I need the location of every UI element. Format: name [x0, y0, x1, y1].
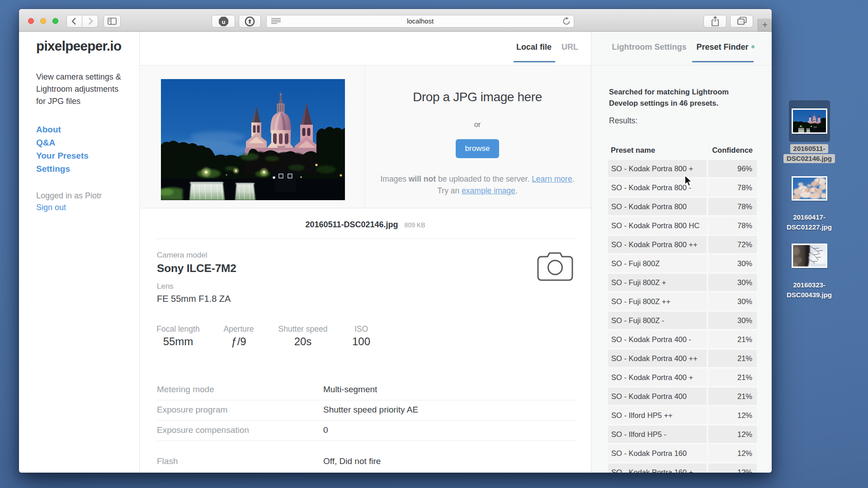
svg-text:u: u	[222, 19, 226, 25]
